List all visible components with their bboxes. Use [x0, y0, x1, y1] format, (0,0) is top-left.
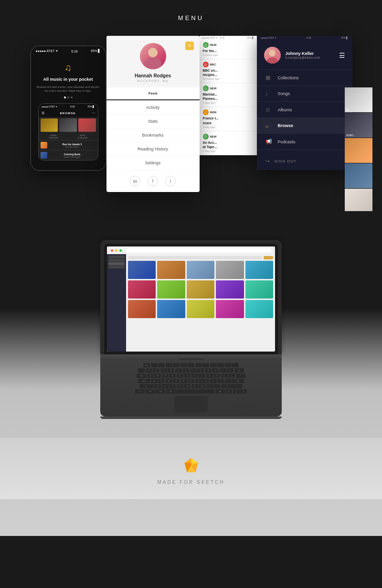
phone-screen-4: ●●●●● AT&T ✦ 6:18 35% ▋ Johnny Keller k.… — [257, 36, 352, 170]
bottom-section: esc — [0, 211, 382, 536]
carrier-1: ●●●●● AT&T ✦ — [36, 49, 59, 53]
inner-time: 6:18 — [70, 105, 75, 108]
key-lbracket: [ — [221, 374, 228, 378]
menu-settings[interactable]: Settings — [106, 156, 200, 170]
key-semicolon: ; — [217, 379, 224, 383]
asdf-row: caps A S D F G H J K L ; ' ret — [107, 379, 275, 383]
album-muse — [59, 118, 77, 132]
album-extra — [78, 118, 96, 132]
laptop-display — [107, 246, 275, 352]
vk-icon[interactable]: вк — [130, 176, 140, 186]
key-fn: fn — [135, 389, 145, 394]
nav-collections-label: Collections — [278, 75, 299, 80]
track-row-2[interactable]: Coloring Book Chance the Rapper — [39, 150, 98, 160]
inner-phone-header: ☰ BROWSE ⋯ — [39, 109, 98, 117]
news-item-4[interactable]: Y INDE France t...scare 2 day ago — [200, 107, 257, 131]
news-item-2[interactable]: B BBC BBC un...recipes... 12 hours ago — [200, 59, 257, 83]
number-row: ` 1 2 3 4 5 6 7 8 9 0 - = del — [107, 368, 275, 373]
news-item-1[interactable]: G NEW For the... 5 hours ago — [200, 40, 257, 59]
badge-5: G — [203, 134, 209, 139]
edit-icon[interactable]: ✎ — [185, 42, 194, 50]
photo-label-2: ALBU... — [346, 134, 352, 137]
nav-albums[interactable]: ◎ Albums — [257, 102, 352, 118]
nav-songs[interactable]: ♪ Songs — [257, 86, 352, 102]
profile-location: ROCKPORT, WA — [114, 79, 192, 83]
podcasts-icon: 📢 — [265, 139, 272, 145]
hamburger-icon[interactable]: ☰ — [42, 111, 44, 115]
drake-label: DRAKE7 ALBUMS — [41, 134, 67, 139]
key-rshift: ⇧ — [228, 384, 243, 388]
key-9: 9 — [205, 368, 212, 373]
facebook-icon[interactable]: f — [148, 176, 158, 186]
close-dot — [111, 249, 113, 252]
badge-1: G — [203, 42, 209, 48]
nav-podcasts[interactable]: 📢 Podcasts — [257, 134, 352, 150]
key-backslash: \ — [236, 374, 245, 378]
sign-out-row[interactable]: ↪ SIGN OUT — [257, 152, 352, 170]
key-left: ◂ — [225, 389, 232, 394]
menu-hamburger-icon[interactable]: ☰ — [339, 52, 345, 59]
track-artist-2: Chance the Rapper — [49, 156, 96, 158]
sidebar-item-1 — [108, 256, 125, 258]
grid-13 — [187, 300, 214, 318]
muse-label: MUSE15 ALBUMS — [70, 134, 96, 139]
content-grid — [128, 261, 273, 318]
screen-1-content: ♫ All music in your pocket Browse the be… — [31, 55, 106, 170]
menu-bookmarks[interactable]: Bookmarks — [106, 128, 200, 142]
album-drake — [41, 118, 58, 132]
phone-screen-2: ✎ Hannah Rodges ROCKPORT, WA Feed Activi… — [106, 36, 200, 192]
key-f12 — [232, 363, 239, 367]
news-title-4: France t...scare — [203, 116, 254, 125]
laptop-hinge — [100, 354, 282, 360]
songs-icon: ♪ — [265, 91, 272, 96]
track-artist-1: Run the Jewels — [49, 146, 96, 148]
news-item-3[interactable]: G NEW Marinat...Parmes... 1 day ago — [200, 83, 257, 107]
key-q: Q — [147, 374, 154, 378]
key-minus: - — [220, 368, 226, 373]
screen4-statusbar: ●●●●● AT&T ✦ 6:18 35% ▋ — [257, 36, 352, 40]
grid-3 — [187, 261, 214, 279]
inner-carrier: ●●●●● AT&T ✦ — [42, 105, 58, 108]
news-label-1: NEW — [210, 43, 217, 46]
browser-url-bar[interactable] — [126, 248, 271, 253]
key-z: Z — [154, 384, 161, 388]
nav-browse[interactable]: ⌕ Browse — [257, 118, 352, 134]
twitter-icon[interactable]: t — [165, 176, 176, 186]
screen1-subtitle: Browse the best tracks, new releases and… — [36, 85, 101, 93]
news-item-5[interactable]: G NEW An Acc...at Tape... 2 day ago — [200, 131, 257, 155]
trackpad[interactable] — [174, 396, 208, 413]
key-0: 0 — [212, 368, 219, 373]
news-time-3: 1 day ago — [203, 101, 254, 104]
sketch-diamond-icon — [183, 457, 200, 474]
nav-collections[interactable]: ▦ Collections — [257, 70, 352, 86]
nav-browse-label: Browse — [278, 123, 294, 128]
key-f1 — [151, 363, 158, 367]
grid-8 — [187, 280, 214, 299]
menu-stats[interactable]: Stats — [106, 115, 200, 128]
key-r: R — [169, 374, 176, 378]
sidebar-item-3 — [108, 262, 125, 265]
keyboard-area: esc — [100, 360, 282, 417]
grid-10 — [245, 280, 273, 299]
laptop-bezel — [104, 244, 278, 354]
menu-reading-history[interactable]: Reading History — [106, 142, 200, 156]
screen1-headline: All music in your pocket — [36, 77, 101, 83]
nav-albums-label: Albums — [278, 107, 292, 112]
photo-label-1: BL... — [346, 108, 351, 111]
sidebar-item-2 — [108, 259, 125, 262]
screen3-header: ●●●●● AT&T ✦ 6:18 35% ▋ — [200, 36, 257, 40]
key-lshift: ⇧ — [139, 384, 154, 388]
photo-4: NWR — [345, 163, 352, 170]
phone-screen-3: ●●●●● AT&T ✦ 6:18 35% ▋ G NEW For the...… — [200, 36, 257, 155]
key-return: ret — [232, 379, 244, 383]
track-row-1[interactable]: Run the Jewels 3 Run the Jewels — [39, 140, 98, 150]
more-icon[interactable]: ⋯ — [92, 111, 95, 115]
key-n: N — [191, 384, 198, 388]
grid-15 — [245, 300, 273, 318]
tab-feed[interactable]: Feed — [106, 87, 200, 100]
key-f2 — [158, 363, 165, 367]
key-4: 4 — [168, 368, 174, 373]
menu-activity[interactable]: Activity — [106, 101, 200, 115]
menu-user-name: Johnny Keller — [286, 51, 334, 56]
photo-2: ALBU... — [345, 113, 352, 138]
